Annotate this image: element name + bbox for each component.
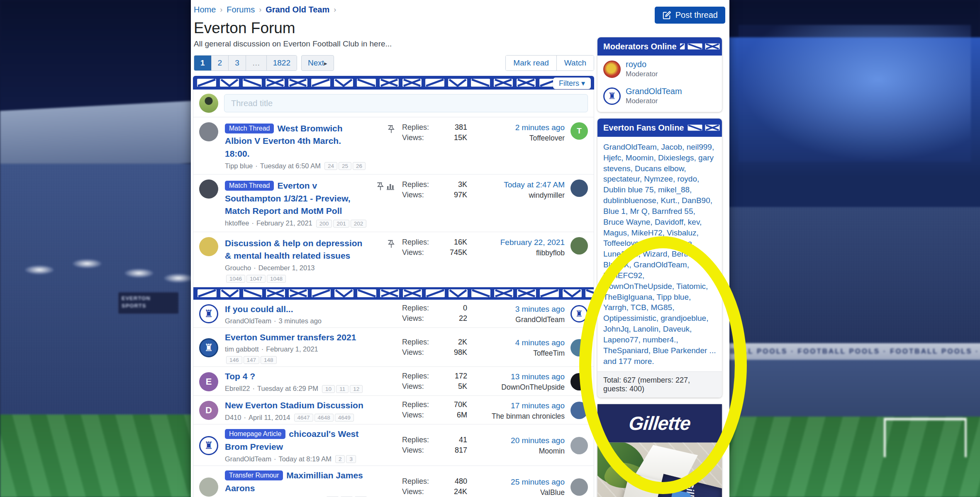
thread-last-avatar[interactable] xyxy=(570,179,588,197)
watch-button[interactable]: Watch xyxy=(557,56,594,70)
thread-author-avatar[interactable] xyxy=(199,237,218,256)
breadcrumb-grand-old-team[interactable]: Grand Old Team xyxy=(266,5,329,15)
thread-page-chip[interactable]: 3 xyxy=(346,455,356,463)
current-user-avatar[interactable] xyxy=(199,94,218,113)
pattern-tile xyxy=(311,289,332,298)
thread-author-avatar[interactable]: E xyxy=(199,372,218,391)
thread-page-chip[interactable]: 25 xyxy=(339,162,351,170)
thread-author-avatar[interactable]: ♜ xyxy=(199,304,218,323)
thread-badge[interactable]: Homepage Article xyxy=(225,429,285,439)
thread-title-link[interactable]: If you could all... xyxy=(225,304,293,314)
thread-last-time-link[interactable]: 4 minutes ago xyxy=(467,338,565,347)
thread-author-link[interactable]: hktoffee xyxy=(225,219,249,227)
thread-page-chip[interactable]: 1048 xyxy=(267,275,286,283)
post-thread-button[interactable]: Post thread xyxy=(655,7,725,24)
thread-last-time-link[interactable]: 3 minutes ago xyxy=(467,305,565,314)
thread-date-link[interactable]: Today at 8:19 AM xyxy=(278,455,332,463)
thread-row: ♜ Everton Summer transfers 2021 tim gabb… xyxy=(193,328,594,367)
gillette-ad[interactable]: Gillette Gillette Gillette Gillette FREE… xyxy=(597,404,722,497)
thread-date-link[interactable]: Tuesday at 6:50 AM xyxy=(260,162,321,170)
page-button-3[interactable]: 3 xyxy=(229,56,246,70)
thread-author-avatar[interactable] xyxy=(199,122,218,141)
thread-page-chip[interactable]: 26 xyxy=(353,162,366,170)
thread-last-avatar[interactable] xyxy=(570,373,588,390)
thread-page-chip[interactable]: 2 xyxy=(335,455,345,463)
thread-page-chip[interactable]: 201 xyxy=(333,220,349,228)
thread-last-time-link[interactable]: February 22, 2021 xyxy=(467,238,565,247)
filters-button[interactable]: Filters ▾ xyxy=(553,78,591,89)
moderators-online-box: Moderators Online roydo Moderator ♜ Gran… xyxy=(597,37,722,112)
thread-last-time-link[interactable]: Today at 2:47 AM xyxy=(467,180,565,189)
thread-date-link[interactable]: December 1, 2013 xyxy=(258,264,315,272)
thread-badge[interactable]: Match Thread xyxy=(225,181,274,191)
thread-last-time-link[interactable]: 20 minutes ago xyxy=(467,436,565,445)
thread-last-user: flibbyflob xyxy=(536,249,565,257)
thread-author-link[interactable]: GrandOldTeam xyxy=(225,455,271,463)
thread-author-link[interactable]: tim gabbott xyxy=(225,345,259,353)
thread-page-chip[interactable]: 4648 xyxy=(314,414,334,422)
thread-author-avatar[interactable]: ♜ xyxy=(199,338,218,357)
thread-last-avatar[interactable] xyxy=(570,237,588,255)
page-button-2[interactable]: 2 xyxy=(212,56,229,70)
moderator-name-link[interactable]: GrandOldTeam xyxy=(626,87,682,96)
moderator-name-link[interactable]: roydo xyxy=(626,60,646,69)
breadcrumb-home[interactable]: Home xyxy=(194,5,216,15)
thread-last-avatar[interactable] xyxy=(570,402,588,419)
thread-author-avatar[interactable] xyxy=(199,179,218,199)
pattern-tile xyxy=(310,78,331,87)
ad-product-photo: Gillette Gillette Gillette xyxy=(597,442,722,497)
thread-title-link[interactable]: New Everton Stadium Discussion xyxy=(225,400,363,410)
thread-author-link[interactable]: D410 xyxy=(225,414,241,422)
thread-last-avatar[interactable] xyxy=(570,478,588,496)
mark-read-button[interactable]: Mark read xyxy=(506,56,557,70)
thread-title-link[interactable]: Top 4 ? xyxy=(225,371,255,381)
thread-badge[interactable]: Transfer Rumour xyxy=(225,470,283,480)
thread-last-time-link[interactable]: 17 minutes ago xyxy=(467,401,565,410)
thread-date-link[interactable]: April 11, 2014 xyxy=(249,414,290,422)
thread-last-time-link[interactable]: 2 minutes ago xyxy=(467,123,565,132)
thread-author-link[interactable]: Tipp blue xyxy=(225,162,253,170)
thread-page-chip[interactable]: 200 xyxy=(316,220,332,228)
thread-author-avatar[interactable]: ♜ xyxy=(199,436,218,455)
thread-date-link[interactable]: 3 minutes ago xyxy=(278,317,322,325)
thread-date-link[interactable]: Tuesday at 6:29 PM xyxy=(257,385,318,393)
pattern-tile xyxy=(493,78,514,87)
thread-page-chip[interactable]: 24 xyxy=(324,162,337,170)
thread-title-input[interactable] xyxy=(224,94,588,112)
page-button-1[interactable]: 1 xyxy=(194,56,212,70)
fans-online-list[interactable]: GrandOldTeam, Jacob, neil999, Hjefc, Moo… xyxy=(597,137,722,371)
moderator-avatar[interactable] xyxy=(603,61,621,78)
thread-page-chip[interactable]: 1046 xyxy=(226,275,245,283)
thread-title-link[interactable]: Everton Summer transfers 2021 xyxy=(225,332,356,342)
thread-page-chip[interactable]: 10 xyxy=(322,385,335,393)
next-arrow-icon: ▸ xyxy=(324,60,327,67)
page-button-1822[interactable]: 1822 xyxy=(267,56,297,70)
thread-last-avatar[interactable] xyxy=(570,437,588,454)
thread-author-link[interactable]: Ebrell22 xyxy=(225,385,250,393)
thread-page-chip[interactable]: 12 xyxy=(350,385,363,393)
moderator-avatar[interactable]: ♜ xyxy=(603,87,621,105)
thread-page-chip[interactable]: 4647 xyxy=(294,414,313,422)
thread-badge[interactable]: Match Thread xyxy=(225,124,274,133)
thread-author-avatar[interactable]: D xyxy=(199,401,218,420)
thread-last-avatar[interactable]: ♜ xyxy=(570,305,588,322)
breadcrumb-forums[interactable]: Forums xyxy=(227,5,255,15)
thread-author-link[interactable]: Groucho xyxy=(225,264,251,272)
thread-author-avatar[interactable] xyxy=(199,478,218,497)
next-page-button[interactable]: Next▸ xyxy=(301,55,334,71)
thread-date-link[interactable]: February 1, 2021 xyxy=(266,345,318,353)
thread-page-chip[interactable]: 147 xyxy=(244,356,260,364)
thread-page-chip[interactable]: 202 xyxy=(351,220,367,228)
thread-last-time-link[interactable]: 25 minutes ago xyxy=(467,478,565,487)
thread-date-link[interactable]: February 21, 2021 xyxy=(256,219,312,227)
thread-author-link[interactable]: GrandOldTeam xyxy=(225,317,271,325)
thread-page-chip[interactable]: 148 xyxy=(261,356,277,364)
thread-page-chip[interactable]: 1047 xyxy=(246,275,266,283)
thread-page-chip[interactable]: 4649 xyxy=(335,414,354,422)
thread-last-time-link[interactable]: 13 minutes ago xyxy=(467,372,565,381)
thread-last-avatar[interactable] xyxy=(570,339,588,356)
thread-page-chip[interactable]: 11 xyxy=(336,385,349,393)
thread-title-link[interactable]: Discussion & help on depression & mental… xyxy=(225,238,362,260)
thread-last-avatar[interactable]: T xyxy=(570,122,588,140)
thread-page-chip[interactable]: 146 xyxy=(226,356,242,364)
